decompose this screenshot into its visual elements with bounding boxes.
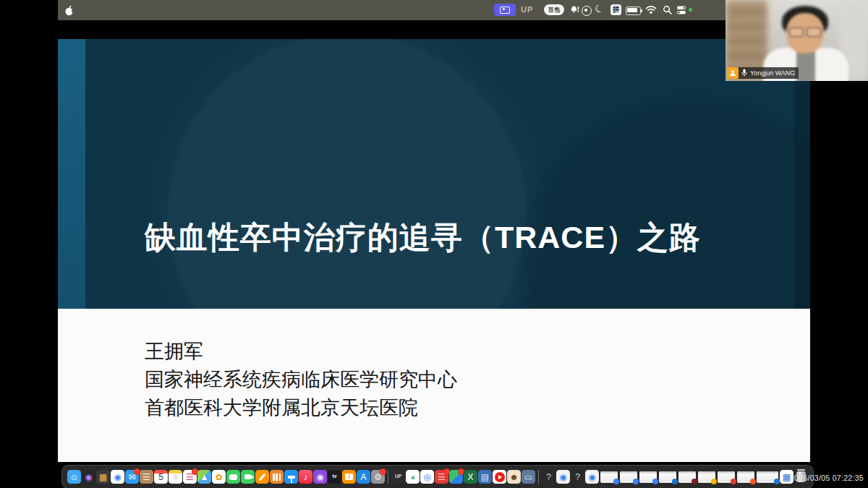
launchpad-icon[interactable]: ▦ xyxy=(96,470,110,484)
finder-icon[interactable]: ☺ xyxy=(67,470,81,484)
dock-separator xyxy=(538,470,539,484)
spotlight-search-icon[interactable] xyxy=(662,4,673,15)
control-center-icon[interactable] xyxy=(676,5,686,15)
presenter-name: 王拥军 xyxy=(145,338,457,366)
minimized-window[interactable] xyxy=(698,471,715,483)
recording-timestamp: 2026/03/05 07:22:35 xyxy=(790,474,864,482)
shirt xyxy=(796,51,815,81)
slide-decor-circle xyxy=(506,82,810,309)
person-icon xyxy=(729,69,736,77)
document-file-icon[interactable]: ◉ xyxy=(585,470,599,484)
sheets-app-icon[interactable]: ▤ xyxy=(478,470,492,484)
shared-slide: 缺血性卒中治疗的追寻（TRACE）之路 王拥军 国家神经系统疾病临床医学研究中心… xyxy=(58,39,810,462)
books-icon[interactable] xyxy=(342,470,356,484)
bluegray-app-icon[interactable]: ▭ xyxy=(522,470,535,484)
participant-role-badge xyxy=(727,67,739,79)
maps-icon[interactable]: ▲ xyxy=(197,470,211,484)
safari-icon[interactable]: ◎ xyxy=(420,470,434,484)
minimized-window[interactable] xyxy=(620,471,637,483)
music-icon[interactable]: ♪ xyxy=(299,470,312,484)
minimized-window[interactable] xyxy=(737,471,754,483)
notification-bell-icon[interactable] xyxy=(569,4,580,16)
upmet-app-icon[interactable]: UP xyxy=(391,470,405,484)
chrome-icon[interactable]: ◉ xyxy=(111,470,124,484)
edge-icon[interactable]: ◕ xyxy=(406,470,420,484)
minimized-window[interactable] xyxy=(600,471,618,483)
minimized-window[interactable] xyxy=(659,471,676,483)
battery-icon[interactable] xyxy=(626,7,641,15)
minimized-window[interactable] xyxy=(718,471,735,483)
minimized-window[interactable] xyxy=(639,471,657,483)
slide-presenter-section: 王拥军 国家神经系统疾病临床医学研究中心 首都医科大学附属北京天坛医院 xyxy=(58,309,810,462)
keynote-icon[interactable] xyxy=(284,470,298,484)
record-indicator-icon[interactable] xyxy=(582,6,592,16)
dock: ☺◉▦◉✉☰5≡☰▲✿♪◉tvA⚙UP◕◎☰X▤☻▭?◉?◉▦ xyxy=(61,465,814,488)
pinyin-label: 拼 xyxy=(613,5,620,14)
apple-logo-icon xyxy=(64,5,74,16)
document-file-icon[interactable]: ◉ xyxy=(556,470,570,484)
doubao-label: 豆包 xyxy=(548,6,560,14)
missing-app-icon[interactable]: ? xyxy=(542,470,556,484)
apple-tv-icon[interactable]: tv xyxy=(328,470,341,484)
calendar-icon[interactable]: 5 xyxy=(154,470,168,484)
online-status-dot xyxy=(689,8,692,12)
notes-icon[interactable]: ≡ xyxy=(169,470,182,484)
excel-icon[interactable]: X xyxy=(464,470,477,484)
missing-app-icon[interactable]: ? xyxy=(571,470,584,484)
reminders-icon[interactable]: ☰ xyxy=(183,470,197,484)
pages-icon[interactable] xyxy=(255,470,269,484)
participant-video[interactable]: Yongjun WANG xyxy=(726,0,868,81)
presenter-org-2: 首都医科大学附属北京天坛医院 xyxy=(145,394,457,422)
participant-name: Yongjun WANG xyxy=(750,69,795,77)
participant-name-tag: Yongjun WANG xyxy=(727,67,799,79)
menubar-up-label[interactable]: UP xyxy=(521,5,533,14)
slide-left-accent-band xyxy=(58,39,85,309)
messages-icon[interactable] xyxy=(226,470,240,484)
desktop: UP 豆包 ☾ 拼 xyxy=(0,0,868,488)
podcasts-icon[interactable]: ◉ xyxy=(313,470,327,484)
system-settings-icon[interactable]: ⚙ xyxy=(371,470,385,484)
display-icon xyxy=(500,7,510,14)
app-store-icon[interactable]: A xyxy=(357,470,370,484)
contacts-icon[interactable]: ☰ xyxy=(140,470,153,484)
screen-sharing-indicator[interactable] xyxy=(494,4,516,16)
siri-icon[interactable]: ◉ xyxy=(82,470,95,484)
slide-decor-circle xyxy=(145,39,550,309)
presenter-block: 王拥军 国家神经系统疾病临床医学研究中心 首都医科大学附属北京天坛医院 xyxy=(145,338,457,422)
apple-menu[interactable] xyxy=(64,4,74,16)
minimized-window[interactable] xyxy=(757,471,778,483)
photos-icon[interactable]: ✿ xyxy=(212,470,226,484)
facetime-icon[interactable] xyxy=(241,470,255,484)
focus-moon-icon[interactable]: ☾ xyxy=(593,1,605,15)
meeting-app-icon[interactable] xyxy=(449,470,463,484)
slide-title-section: 缺血性卒中治疗的追寻（TRACE）之路 xyxy=(58,39,810,309)
doubao-assistant-item[interactable]: 豆包 xyxy=(544,4,564,15)
minimized-window[interactable] xyxy=(678,471,696,483)
dock-separator xyxy=(388,470,388,484)
microphone-icon xyxy=(741,69,748,77)
chart-app-icon[interactable] xyxy=(270,470,284,484)
glasses xyxy=(789,27,821,35)
red-app-icon[interactable]: ☰ xyxy=(435,470,448,484)
mail-icon[interactable]: ✉ xyxy=(125,470,139,484)
input-method-pinyin[interactable]: 拼 xyxy=(610,4,621,15)
slide-title: 缺血性卒中治疗的追寻（TRACE）之路 xyxy=(145,217,781,259)
wifi-icon[interactable] xyxy=(645,4,657,14)
presenter-org-1: 国家神经系统疾病临床医学研究中心 xyxy=(145,366,457,394)
memoji-avatar-icon[interactable]: ☻ xyxy=(507,470,521,484)
video-play-app-icon[interactable] xyxy=(493,470,506,484)
